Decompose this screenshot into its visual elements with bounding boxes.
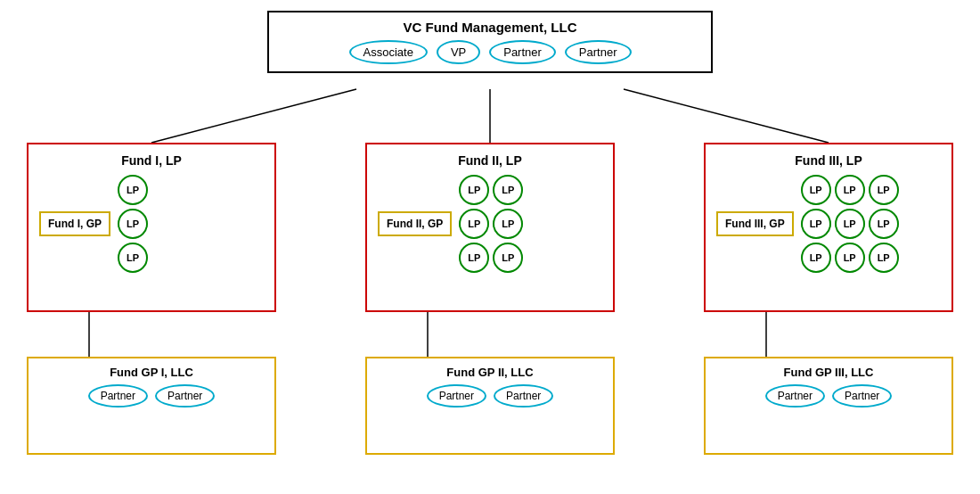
role-oval: VP: [437, 40, 480, 64]
lp-circle: LP: [869, 243, 899, 273]
fund3-title: Fund III, LP: [716, 153, 941, 168]
gp-llc3-title: Fund GP III, LLC: [716, 366, 941, 379]
top-entity-box: VC Fund Management, LLC AssociateVPPartn…: [267, 11, 713, 73]
top-entity-title: VC Fund Management, LLC: [280, 20, 700, 35]
role-oval: Associate: [349, 40, 428, 64]
partner-oval: Partner: [88, 384, 148, 408]
role-oval: Partner: [565, 40, 632, 64]
lp-circle: LP: [835, 243, 865, 273]
fund2-inner: Fund II, GP LP LP LP LP LP LP: [378, 175, 602, 273]
svg-line-2: [624, 89, 829, 143]
partner-oval: Partner: [765, 384, 825, 408]
gp-llc2-title: Fund GP II, LLC: [378, 366, 602, 379]
lp-circle: LP: [118, 209, 148, 239]
gp-llc1-box: Fund GP I, LLC Partner Partner: [27, 357, 276, 455]
fund3-box: Fund III, LP Fund III, GP LP LP LP LP LP…: [704, 143, 953, 312]
role-oval: Partner: [489, 40, 556, 64]
lp-circle: LP: [835, 175, 865, 205]
lp-circle: LP: [118, 243, 148, 273]
gp-llc1-partner-row: Partner Partner: [39, 384, 264, 408]
fund1-gp-box: Fund I, GP: [39, 211, 110, 236]
lp-circle: LP: [459, 175, 489, 205]
fund1-inner: Fund I, GP LP LP LP: [39, 175, 264, 273]
diagram: VC Fund Management, LLC AssociateVPPartn…: [0, 0, 980, 494]
lp-circle: LP: [835, 209, 865, 239]
fund1-lp-grid: LP LP LP: [118, 175, 148, 273]
lp-circle: LP: [459, 209, 489, 239]
gp-llc2-box: Fund GP II, LLC Partner Partner: [365, 357, 615, 455]
gp-llc2-partner-row: Partner Partner: [378, 384, 602, 408]
gp-llc1-title: Fund GP I, LLC: [39, 366, 264, 379]
fund2-title: Fund II, LP: [378, 153, 602, 168]
lp-circle: LP: [493, 175, 523, 205]
lp-circle: LP: [801, 175, 831, 205]
fund3-gp-box: Fund III, GP: [716, 211, 794, 236]
fund2-lp-grid: LP LP LP LP LP LP: [459, 175, 539, 273]
fund2-gp-box: Fund II, GP: [378, 211, 452, 236]
roles-row: AssociateVPPartnerPartner: [280, 40, 700, 64]
partner-oval: Partner: [427, 384, 486, 408]
fund1-title: Fund I, LP: [39, 153, 264, 168]
fund3-inner: Fund III, GP LP LP LP LP LP LP LP LP LP: [716, 175, 941, 273]
partner-oval: Partner: [155, 384, 215, 408]
lp-circle: LP: [459, 243, 489, 273]
svg-line-0: [151, 89, 356, 143]
lp-circle: LP: [869, 209, 899, 239]
partner-oval: Partner: [832, 384, 892, 408]
lp-circle: LP: [801, 243, 831, 273]
fund2-box: Fund II, LP Fund II, GP LP LP LP LP LP L…: [365, 143, 615, 312]
lp-circle: LP: [801, 209, 831, 239]
lp-circle: LP: [869, 175, 899, 205]
fund3-lp-grid: LP LP LP LP LP LP LP LP LP: [801, 175, 908, 273]
gp-llc3-partner-row: Partner Partner: [716, 384, 941, 408]
lp-circle: LP: [118, 175, 148, 205]
partner-oval: Partner: [494, 384, 553, 408]
gp-llc3-box: Fund GP III, LLC Partner Partner: [704, 357, 953, 455]
lp-circle: LP: [493, 209, 523, 239]
fund1-box: Fund I, LP Fund I, GP LP LP LP: [27, 143, 276, 312]
lp-circle: LP: [493, 243, 523, 273]
